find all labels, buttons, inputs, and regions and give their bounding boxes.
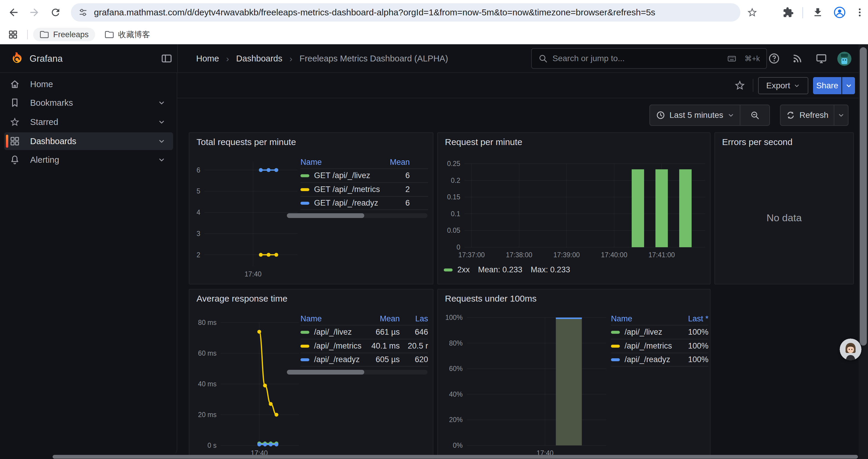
legend-row-livez[interactable]: /api/_/livez 661 µs 646 bbox=[301, 325, 428, 339]
series-color-yellow bbox=[611, 345, 620, 348]
help-icon bbox=[768, 53, 780, 64]
reload-button[interactable] bbox=[47, 4, 64, 21]
svg-text:80 ms: 80 ms bbox=[198, 319, 217, 326]
grafana-logo[interactable] bbox=[10, 52, 24, 66]
bell-icon bbox=[9, 155, 20, 165]
legend-header-name[interactable]: Name bbox=[301, 314, 362, 323]
clock-icon bbox=[656, 110, 665, 120]
downloads-button[interactable] bbox=[809, 4, 826, 21]
share-button[interactable]: Share bbox=[813, 77, 841, 94]
legend-row-readyz[interactable]: GET /api/_/readyz 6 bbox=[301, 196, 428, 210]
sidebar-item-home[interactable]: Home bbox=[4, 75, 173, 93]
sidebar-item-label: Bookmarks bbox=[30, 98, 73, 108]
breadcrumb-home[interactable]: Home bbox=[196, 54, 219, 64]
refresh-interval-button[interactable] bbox=[834, 112, 848, 119]
legend-scrollbar[interactable] bbox=[287, 213, 428, 218]
zoom-out-button[interactable] bbox=[740, 110, 769, 120]
breadcrumb-dashboards[interactable]: Dashboards bbox=[236, 54, 282, 64]
legend-header-name[interactable]: Name bbox=[301, 158, 381, 167]
svg-text:0.2: 0.2 bbox=[451, 177, 460, 184]
no-data-message: No data bbox=[715, 212, 853, 224]
star-icon bbox=[747, 7, 758, 18]
legend-row-metrics[interactable]: /api/_/metrics 40.1 ms 20.5 r bbox=[301, 339, 428, 353]
monitor-icon bbox=[815, 53, 827, 64]
apps-button[interactable] bbox=[5, 26, 21, 43]
series-color-green bbox=[301, 174, 309, 177]
floating-assistant-avatar[interactable] bbox=[840, 338, 862, 360]
chevron-down-icon[interactable] bbox=[158, 99, 165, 107]
user-avatar[interactable] bbox=[837, 52, 851, 66]
export-button[interactable]: Export bbox=[758, 77, 808, 94]
bookmark-icon bbox=[9, 97, 20, 108]
legend-row-readyz[interactable]: /api/_/readyz 100% bbox=[611, 353, 709, 366]
legend-series-2xx[interactable]: 2xx bbox=[457, 265, 470, 274]
svg-text:40%: 40% bbox=[449, 391, 463, 398]
time-range-group: Last 5 minutes bbox=[649, 104, 770, 126]
legend-row-readyz[interactable]: /api/_/readyz 605 µs 620 bbox=[301, 353, 428, 366]
mega-menu: Home Bookmarks Starred Dashboards Alerti… bbox=[0, 73, 177, 454]
vertical-scrollbar-thumb[interactable] bbox=[860, 47, 867, 346]
url-text: grafana.mathmast.com/d/deytv4rwavabkb/fr… bbox=[94, 7, 655, 18]
svg-text:17:41:00: 17:41:00 bbox=[649, 251, 675, 259]
bookmark-folder-freeleaps[interactable]: Freeleaps bbox=[33, 28, 95, 41]
extensions-button[interactable] bbox=[780, 4, 797, 21]
forward-button[interactable] bbox=[26, 4, 42, 21]
legend-table: Name Last * /api/_/livez 100% /api/_/met… bbox=[611, 313, 709, 366]
address-bar[interactable]: grafana.mathmast.com/d/deytv4rwavabkb/fr… bbox=[71, 3, 740, 22]
chevron-down-icon[interactable] bbox=[158, 118, 165, 126]
svg-text:60%: 60% bbox=[449, 365, 463, 372]
horizontal-scrollbar-thumb[interactable] bbox=[53, 455, 858, 459]
refresh-button[interactable]: Refresh bbox=[800, 110, 829, 120]
svg-text:17:40:00: 17:40:00 bbox=[601, 251, 627, 259]
panel-title[interactable]: Errors per second bbox=[722, 137, 793, 147]
sidebar-item-dashboards[interactable]: Dashboards bbox=[4, 132, 173, 150]
home-icon bbox=[9, 79, 20, 90]
legend-header-name[interactable]: Name bbox=[611, 314, 676, 323]
legend-row-livez[interactable]: /api/_/livez 100% bbox=[611, 325, 709, 339]
sidebar-item-bookmarks[interactable]: Bookmarks bbox=[4, 94, 173, 112]
chevron-down-icon[interactable] bbox=[727, 112, 735, 119]
legend-scrollbar-thumb[interactable] bbox=[287, 213, 364, 218]
svg-text:0.1: 0.1 bbox=[451, 210, 460, 218]
dock-menu-toggle[interactable] bbox=[161, 53, 173, 64]
legend-header-mean[interactable]: Mean bbox=[362, 314, 400, 323]
legend-row-metrics[interactable]: GET /api/_/metrics 2 bbox=[301, 182, 428, 196]
legend-header-last[interactable]: Last * bbox=[676, 314, 709, 323]
favorite-dashboard-button[interactable] bbox=[734, 79, 746, 91]
svg-text:0%: 0% bbox=[453, 441, 463, 449]
zoom-out-icon bbox=[750, 110, 760, 120]
sidebar-item-starred[interactable]: Starred bbox=[4, 113, 173, 131]
header-divider bbox=[177, 44, 178, 73]
legend-scrollbar[interactable] bbox=[287, 370, 428, 374]
search-input[interactable]: Search or jump to... ⌘+k bbox=[531, 48, 767, 69]
kiosk-mode-button[interactable] bbox=[815, 52, 828, 65]
time-controls-row: Last 5 minutes Refresh bbox=[177, 104, 868, 127]
site-settings-icon[interactable] bbox=[78, 7, 88, 18]
time-range-picker[interactable]: Last 5 minutes bbox=[670, 110, 723, 120]
legend-header-mean[interactable]: Mean bbox=[381, 158, 428, 167]
request-per-minute-chart[interactable]: 0.250.20.150.10.05017:37:0017:38:0017:39… bbox=[438, 133, 711, 285]
share-menu-button[interactable] bbox=[842, 77, 855, 94]
legend-row-metrics[interactable]: /api/_/metrics 100% bbox=[611, 339, 709, 353]
back-button[interactable] bbox=[5, 4, 22, 21]
help-button[interactable] bbox=[768, 52, 780, 65]
bookmark-folder-blogs[interactable]: 收藏博客 bbox=[98, 28, 157, 41]
breadcrumb: Home › Dashboards › Freeleaps Metrics Da… bbox=[196, 44, 448, 73]
profile-button[interactable] bbox=[831, 4, 848, 21]
reload-icon bbox=[50, 7, 61, 18]
chevron-down-icon[interactable] bbox=[158, 156, 165, 164]
bookmark-star-button[interactable] bbox=[744, 4, 761, 21]
grafana-app: Grafana Home › Dashboards › Freeleaps Me… bbox=[0, 44, 868, 459]
legend-row-livez[interactable]: GET /api/_/livez 6 bbox=[301, 168, 428, 182]
breadcrumb-separator: › bbox=[226, 54, 229, 64]
menu-button[interactable] bbox=[851, 4, 868, 21]
news-button[interactable] bbox=[791, 52, 804, 65]
series-color-blue bbox=[301, 358, 309, 361]
svg-text:20%: 20% bbox=[449, 416, 463, 424]
sidebar-item-alerting[interactable]: Alerting bbox=[4, 151, 173, 169]
rss-icon bbox=[792, 53, 803, 64]
chevron-down-icon[interactable] bbox=[158, 137, 165, 145]
legend-header-last[interactable]: Las bbox=[400, 314, 428, 323]
dashboards-grid-icon bbox=[9, 136, 20, 146]
legend-scrollbar-thumb[interactable] bbox=[287, 370, 364, 374]
